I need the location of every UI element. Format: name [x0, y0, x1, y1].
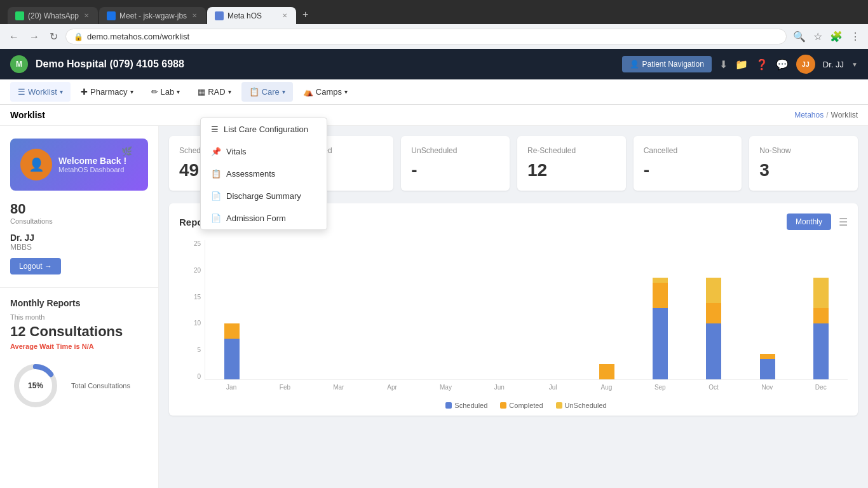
- dropdown-list-care-config[interactable]: ☰ List Care Configuration: [201, 118, 327, 140]
- bar-scheduled-oct: [706, 323, 721, 379]
- rescheduled-label: Re-Scheduled: [527, 146, 616, 155]
- vitals-icon: 📌: [211, 147, 221, 156]
- worklist-chevron: ▾: [60, 88, 63, 95]
- lab-icon: ✏: [151, 87, 158, 97]
- avg-wait-value: N/A: [82, 342, 94, 350]
- user-dropdown-icon[interactable]: ▼: [851, 61, 858, 68]
- tab-whatsapp[interactable]: (20) WhatsApp ✕: [8, 7, 98, 24]
- legend-completed-dot: [500, 402, 506, 409]
- rad-icon: ▦: [198, 87, 205, 97]
- admission-label: Admission Form: [226, 214, 286, 223]
- tab-whatsapp-close[interactable]: ✕: [83, 11, 90, 20]
- cancelled-label: Cancelled: [644, 146, 732, 155]
- meet-favicon: [107, 11, 116, 20]
- tab-metahos-close[interactable]: ✕: [281, 11, 288, 20]
- legend-scheduled-dot: [445, 402, 452, 409]
- nav-item-rad[interactable]: ▦ RAD ▾: [190, 82, 238, 102]
- tab-meet-close[interactable]: ✕: [191, 11, 198, 20]
- bar-completed-jan: [224, 323, 240, 339]
- stat-card-cancelled: Cancelled -: [634, 136, 742, 191]
- chart-menu-icon[interactable]: ☰: [839, 216, 848, 228]
- bar-completed-aug: [599, 364, 614, 379]
- stat-card-unscheduled: UnScheduled -: [401, 136, 510, 191]
- profile-avatar: 👤: [20, 149, 52, 180]
- reload-button[interactable]: ↻: [47, 28, 60, 45]
- nav-item-care[interactable]: 📋 Care ▾: [241, 82, 293, 102]
- nav-rad-label: RAD: [208, 87, 225, 97]
- logout-button[interactable]: Logout →: [10, 258, 61, 274]
- folder-icon[interactable]: 📁: [735, 58, 748, 71]
- this-month-label: This month: [10, 313, 148, 321]
- browser-chrome: (20) WhatsApp ✕ Meet - jsk-wgaw-jbs ✕ Me…: [0, 0, 868, 24]
- bar-unscheduled-dec: [813, 278, 829, 308]
- dropdown-vitals[interactable]: 📌 Vitals: [201, 140, 327, 163]
- bar-completed-dec: [813, 308, 829, 323]
- bookmark-icon[interactable]: ☆: [812, 29, 824, 44]
- x-label-apr: Apr: [373, 384, 411, 391]
- download-icon[interactable]: ⬇: [719, 58, 728, 71]
- help-icon[interactable]: ❓: [756, 58, 768, 71]
- rad-chevron: ▾: [228, 88, 231, 95]
- address-bar[interactable]: 🔒 demo.metahos.com/worklist: [65, 29, 787, 44]
- metahos-favicon: [215, 11, 224, 20]
- bar-group-jul: [534, 252, 573, 379]
- x-label-dec: Dec: [802, 384, 840, 391]
- legend-unscheduled: UnScheduled: [556, 402, 607, 409]
- nav-item-camps[interactable]: ⛺ Camps ▾: [295, 82, 355, 102]
- x-label-aug: Aug: [587, 384, 625, 391]
- new-tab-button[interactable]: +: [297, 5, 313, 24]
- avg-wait-label: Average Wait Time is: [10, 342, 80, 350]
- bar-scheduled-nov: [760, 359, 775, 379]
- tab-metahos[interactable]: Meta hOS ✕: [207, 7, 296, 24]
- nav-item-worklist[interactable]: ☰ Worklist ▾: [10, 82, 71, 102]
- forward-button[interactable]: →: [27, 29, 42, 45]
- nav-pharmacy-label: Pharmacy: [90, 87, 128, 97]
- bar-completed-sep: [653, 283, 668, 308]
- care-chevron: ▾: [282, 88, 285, 95]
- bar-scheduled-sep: [653, 308, 668, 379]
- user-avatar[interactable]: JJ: [796, 55, 815, 74]
- consultations-number: 80: [10, 201, 53, 217]
- nav-item-pharmacy[interactable]: ✚ Pharmacy ▾: [73, 82, 141, 102]
- bar-group-aug: [588, 252, 626, 379]
- nav-item-lab[interactable]: ✏ Lab ▾: [144, 82, 188, 102]
- legend-unscheduled-dot: [556, 402, 562, 409]
- discharge-icon: 📄: [211, 191, 221, 201]
- zoom-icon[interactable]: 🔍: [792, 29, 807, 44]
- stat-card-rescheduled: Re-Scheduled 12: [517, 136, 626, 191]
- app-header: M Demo Hospital (079) 4105 6988 👤 Patien…: [0, 49, 868, 79]
- page-title: Worklist: [10, 110, 45, 120]
- legend-scheduled-label: Scheduled: [454, 402, 487, 409]
- bar-scheduled-dec: [813, 323, 829, 379]
- admission-icon: 📄: [211, 214, 221, 223]
- dropdown-assessments[interactable]: 📋 Assessments: [201, 163, 327, 185]
- discharge-label: Discharge Summary: [226, 191, 301, 201]
- hospital-name: Demo Hospital (079) 4105 6988: [36, 58, 622, 70]
- dropdown-discharge-summary[interactable]: 📄 Discharge Summary: [201, 185, 327, 207]
- pharmacy-icon: ✚: [81, 87, 88, 97]
- user-name-label[interactable]: Dr. JJ: [823, 60, 844, 69]
- message-icon[interactable]: 💬: [776, 58, 789, 71]
- more-icon[interactable]: ⋮: [849, 29, 862, 44]
- patient-nav-button[interactable]: 👤 Patient Navigation: [622, 56, 711, 72]
- x-label-jul: Jul: [534, 384, 572, 391]
- consultations-label: Consultations: [10, 217, 53, 225]
- breadcrumb-metahos[interactable]: Metahos: [794, 111, 824, 119]
- doctor-name: Dr. JJ: [10, 233, 148, 243]
- tab-meet[interactable]: Meet - jsk-wgaw-jbs ✕: [99, 7, 206, 24]
- chart-bars-area: [205, 240, 848, 380]
- assessments-label: Assessments: [226, 169, 275, 179]
- monthly-button[interactable]: Monthly: [787, 214, 831, 230]
- x-label-mar: Mar: [320, 384, 358, 391]
- reports-section: Reports Monthly ☰ 25 20 15 10 5 0: [169, 203, 858, 416]
- camps-chevron: ▾: [344, 88, 348, 95]
- extensions-icon[interactable]: 🧩: [829, 29, 844, 44]
- back-button[interactable]: ←: [6, 29, 22, 45]
- bar-group-nov: [749, 252, 787, 379]
- dropdown-admission-form[interactable]: 📄 Admission Form: [201, 207, 327, 229]
- patient-nav-icon: 👤: [630, 60, 639, 69]
- monthly-reports-title: Monthly Reports: [10, 298, 148, 308]
- profile-header: 👤 Welcome Back ! MetahOS Dashboard 🌿: [10, 139, 148, 191]
- consultations-stat: 80 Consultations: [10, 201, 53, 225]
- bar-unscheduled-sep: [653, 278, 668, 283]
